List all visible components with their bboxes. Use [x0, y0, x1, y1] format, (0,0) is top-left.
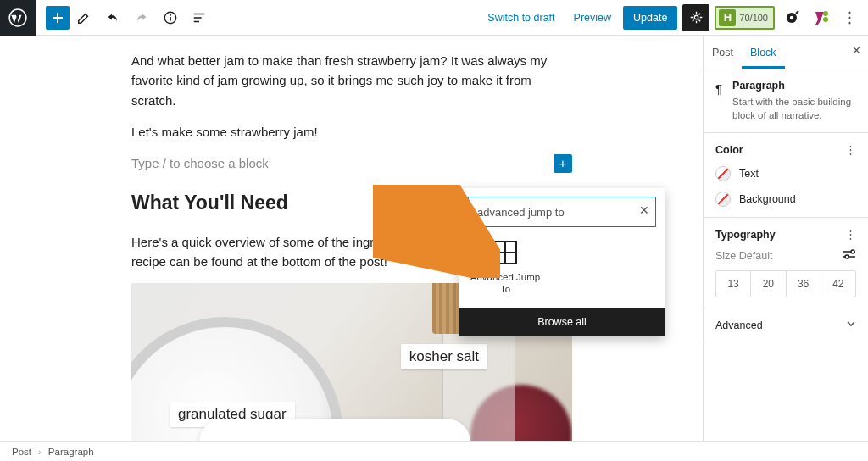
paragraph-text[interactable]: Let's make some strawberry jam!: [131, 122, 572, 142]
browse-all-button[interactable]: Browse all: [459, 308, 665, 336]
panel-options-icon[interactable]: ⋮: [845, 228, 856, 241]
add-block-button[interactable]: [46, 6, 70, 30]
svg-point-10: [848, 16, 850, 19]
svg-rect-2: [170, 17, 171, 21]
svg-point-13: [845, 255, 849, 258]
panel-title-typography: Typography: [715, 229, 776, 241]
tab-post[interactable]: Post: [704, 36, 742, 69]
block-placeholder[interactable]: Type / to choose a block: [131, 153, 269, 173]
more-options-icon[interactable]: [837, 6, 861, 30]
readability-score[interactable]: H 70/100: [715, 6, 775, 30]
color-swatch-icon: [715, 192, 731, 207]
edit-mode-icon[interactable]: [70, 10, 98, 25]
size-preset-20[interactable]: 20: [750, 271, 785, 297]
switch-to-draft-button[interactable]: Switch to draft: [481, 7, 561, 29]
size-default: Default: [739, 250, 773, 262]
block-result-label: Advanced Jump To: [470, 271, 541, 296]
readability-badge: H: [719, 9, 736, 26]
svg-point-12: [851, 250, 854, 253]
color-text-button[interactable]: Text: [715, 166, 856, 181]
svg-point-8: [823, 17, 828, 22]
image-label: kosher salt: [401, 344, 487, 369]
chevron-down-icon: [846, 319, 856, 331]
color-background-button[interactable]: Background: [715, 192, 856, 207]
block-inserter-popover: ✕ Advanced Jump To Browse all: [459, 188, 665, 336]
color-bg-label: Background: [739, 193, 796, 205]
redo-icon: [127, 10, 156, 25]
svg-point-4: [694, 15, 698, 19]
size-preset-42[interactable]: 42: [821, 271, 855, 297]
settings-gear-icon[interactable]: [682, 4, 709, 31]
settings-sidebar: Post Block ✕ ¶ Paragraph Start with the …: [703, 36, 868, 441]
size-preset-36[interactable]: 36: [786, 271, 821, 297]
paragraph-text[interactable]: And what better jam to make than fresh s…: [131, 51, 572, 110]
readability-value: 70/100: [739, 13, 768, 23]
svg-point-6: [790, 15, 793, 19]
info-icon[interactable]: [156, 10, 185, 25]
panel-title-color: Color: [715, 144, 743, 156]
grid-icon: [493, 241, 517, 264]
svg-point-7: [823, 11, 828, 16]
update-button[interactable]: Update: [623, 6, 677, 30]
breadcrumb-paragraph[interactable]: Paragraph: [48, 447, 94, 457]
advanced-panel-toggle[interactable]: Advanced: [715, 319, 856, 331]
breadcrumb-sep: ›: [38, 447, 42, 457]
block-type-title: Paragraph: [732, 80, 856, 92]
block-search-input[interactable]: [468, 197, 656, 227]
preview-button[interactable]: Preview: [567, 7, 618, 29]
svg-point-0: [9, 9, 26, 26]
custom-size-icon[interactable]: [843, 249, 856, 262]
wordpress-logo[interactable]: [0, 0, 36, 36]
svg-point-9: [848, 11, 850, 14]
svg-point-11: [848, 21, 850, 24]
paragraph-icon: ¶: [715, 80, 722, 122]
breadcrumb-post[interactable]: Post: [12, 447, 31, 457]
breadcrumb: Post › Paragraph: [0, 441, 868, 461]
advanced-label: Advanced: [715, 319, 763, 331]
size-label: Size: [715, 250, 736, 262]
undo-icon[interactable]: [98, 10, 127, 25]
block-type-desc: Start with the basic building block of a…: [732, 95, 856, 122]
size-presets: 13 20 36 42: [715, 270, 856, 297]
outline-icon[interactable]: [185, 10, 214, 25]
block-result-advanced-jump-to[interactable]: Advanced Jump To: [470, 241, 541, 296]
color-text-label: Text: [739, 168, 759, 180]
image-region: [199, 419, 470, 441]
close-sidebar-icon[interactable]: ✕: [852, 44, 861, 57]
inline-add-block-button[interactable]: +: [554, 154, 572, 173]
stats-icon[interactable]: [780, 6, 804, 30]
tab-block[interactable]: Block: [742, 36, 785, 69]
color-swatch-icon: [715, 166, 731, 181]
clear-search-icon[interactable]: ✕: [639, 203, 649, 217]
panel-options-icon[interactable]: ⋮: [845, 143, 856, 156]
yoast-icon[interactable]: [809, 6, 832, 30]
size-preset-13[interactable]: 13: [716, 271, 750, 297]
svg-rect-3: [170, 14, 171, 15]
